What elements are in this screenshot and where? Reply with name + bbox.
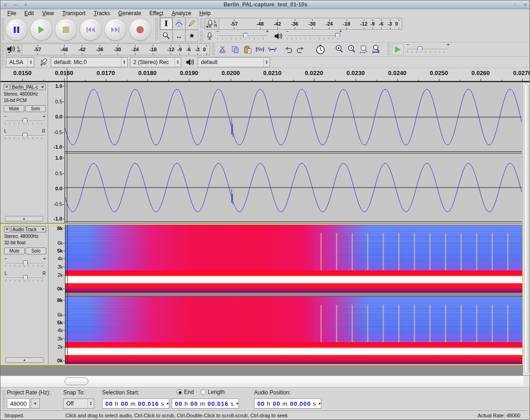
toolbar-gripper[interactable]: [155, 18, 158, 41]
playback-device-select[interactable]: default▲▼: [198, 57, 270, 67]
window-menu-icon[interactable]: ▼: [523, 2, 528, 7]
rewind-button[interactable]: [80, 19, 101, 40]
silence-button[interactable]: [266, 43, 278, 55]
device-toolbar: ALSA▲▼ default: Mic:0▲▼ 2 (Stereo) Rec▲▼…: [0, 57, 270, 68]
record-button[interactable]: [130, 19, 151, 40]
toolbar-gripper[interactable]: [200, 31, 203, 41]
meter-db-label: -30: [308, 21, 316, 27]
recording-device-select[interactable]: default: Mic:0▲▼: [51, 57, 128, 67]
chevron-down-icon[interactable]: ▼: [165, 402, 170, 406]
selection-tool-button[interactable]: I: [160, 17, 173, 30]
mute-button[interactable]: Mute: [4, 248, 25, 254]
horizontal-scrollbar-thumb[interactable]: [65, 377, 88, 385]
spectrogram-content[interactable]: [65, 225, 522, 364]
gain-slider[interactable]: −+: [5, 118, 44, 125]
project-rate-dropdown-button[interactable]: ▼: [31, 398, 40, 409]
toolbar-gripper[interactable]: [1, 43, 5, 55]
vertical-scrollbar[interactable]: [523, 82, 530, 376]
menu-file[interactable]: File: [3, 10, 20, 16]
recording-meter-toolbar: LR -57-48-42-36-30-24-18-12-9-6-30: [199, 17, 402, 30]
solo-button[interactable]: Solo: [26, 248, 46, 254]
mute-button[interactable]: Mute: [4, 105, 24, 112]
chevron-down-icon[interactable]: ▼: [317, 402, 322, 406]
playback-meter[interactable]: -57-48-42-36-30-24-18-12-9-6-30: [22, 44, 210, 55]
chevron-down-icon[interactable]: ▼: [234, 402, 239, 406]
length-radio[interactable]: Length: [200, 389, 225, 395]
radio-dot-icon[interactable]: [200, 389, 206, 395]
project-rate-value[interactable]: 48000: [7, 398, 30, 409]
recording-meter[interactable]: -57-48-42-36-30-24-18-12-9-6-30: [219, 18, 402, 29]
play-at-speed-button[interactable]: [392, 43, 404, 55]
menu-tracks[interactable]: Tracks: [90, 10, 114, 16]
menu-transport[interactable]: Transport: [58, 10, 90, 16]
pause-button[interactable]: [6, 19, 27, 40]
horizontal-scrollbar[interactable]: [0, 376, 524, 387]
fit-project-button[interactable]: [370, 43, 382, 55]
selection-start-field[interactable]: 00 h 00 m 00.016 s▼: [102, 398, 169, 409]
vertical-ruler[interactable]: 1.00.50.0-0.5-1.01.00.50.0-0.5-1.0: [48, 82, 65, 223]
waveform-content[interactable]: [65, 82, 522, 223]
track-collapse-button[interactable]: ▲: [5, 357, 43, 363]
fit-selection-button[interactable]: [357, 43, 370, 55]
track-collapse-button[interactable]: ▲: [5, 216, 43, 221]
track-title-menu[interactable]: Berlin_PAL-c▼: [11, 84, 46, 90]
end-radio[interactable]: End: [177, 389, 194, 395]
pan-slider[interactable]: LR: [5, 132, 44, 140]
track-close-button[interactable]: ✕: [4, 226, 10, 232]
menu-help[interactable]: Help: [195, 10, 215, 16]
solo-button[interactable]: Solo: [25, 105, 46, 112]
toolbar-gripper[interactable]: [200, 18, 203, 29]
ruler-label: -0.5: [54, 129, 62, 135]
input-volume-slider[interactable]: −+: [217, 32, 268, 40]
zoom-in-button[interactable]: [333, 43, 345, 55]
time-shift-tool-button[interactable]: ↔: [173, 30, 185, 42]
waveform-channel-left[interactable]: [65, 82, 522, 152]
cut-button[interactable]: [216, 43, 229, 55]
radio-dot-icon[interactable]: [177, 389, 182, 395]
paste-button[interactable]: [241, 43, 254, 55]
redo-button[interactable]: [294, 43, 307, 55]
selection-end-field[interactable]: 00 h 00 m 00.016 s▼: [172, 398, 239, 409]
spectrogram-channel-right[interactable]: [65, 296, 522, 364]
sync-lock-clock-icon[interactable]: [314, 43, 326, 55]
waveform-channel-right[interactable]: [65, 154, 522, 222]
undo-button[interactable]: [282, 43, 294, 55]
vertical-ruler[interactable]: 8k6k5k4k3k2k0k8k6k5k4k3k2k0k: [49, 225, 65, 364]
trim-button[interactable]: [254, 43, 266, 55]
toolbar-gripper[interactable]: [1, 58, 5, 67]
toolbar-gripper[interactable]: [2, 390, 5, 409]
play-speed-slider[interactable]: −+: [407, 46, 449, 53]
toolbar-gripper[interactable]: [212, 43, 215, 55]
track-close-button[interactable]: ✕: [4, 84, 10, 90]
toolbar-gripper[interactable]: [1, 18, 5, 41]
output-volume-slider[interactable]: −+: [287, 32, 341, 40]
snap-to-select[interactable]: Off▲▼: [63, 398, 94, 409]
recording-channels-select[interactable]: 2 (Stereo) Rec▲▼: [130, 57, 181, 67]
menu-view[interactable]: View: [38, 10, 58, 16]
track-title-menu[interactable]: Audio Track▼: [11, 226, 46, 232]
stop-button[interactable]: [55, 19, 76, 40]
menu-generate[interactable]: Generate: [114, 10, 145, 16]
vertical-scrollbar-thumb[interactable]: [524, 84, 529, 374]
zoom-tool-button[interactable]: [160, 30, 173, 42]
menu-analyze[interactable]: Analyze: [168, 10, 195, 16]
audio-host-select[interactable]: ALSA▲▼: [6, 57, 34, 67]
gain-slider[interactable]: −+: [5, 260, 45, 267]
multi-tool-button[interactable]: *: [185, 30, 198, 42]
spectrogram-channel-left[interactable]: [65, 225, 522, 292]
menu-effect[interactable]: Effect: [145, 10, 167, 16]
envelope-tool-button[interactable]: [173, 17, 185, 30]
copy-button[interactable]: [229, 43, 241, 55]
play-button[interactable]: [31, 19, 52, 40]
pan-slider[interactable]: LR: [5, 275, 45, 282]
menu-edit[interactable]: Edit: [20, 10, 38, 16]
timeline-ruler[interactable]: 0.01500.01600.01700.01800.01900.02000.02…: [0, 68, 530, 82]
audio-position-field[interactable]: 00 h 00 m 00.000 s▼: [254, 398, 321, 409]
fast-forward-button[interactable]: [105, 19, 126, 40]
draw-tool-button[interactable]: [185, 17, 198, 30]
window-shade-icon[interactable]: ○: [513, 2, 516, 7]
timeline-label: 0.0260: [471, 70, 490, 76]
track-format: Stereo, 48000Hz: [4, 234, 46, 239]
zoom-out-button[interactable]: [345, 43, 357, 55]
toolbar-gripper[interactable]: [387, 43, 390, 55]
